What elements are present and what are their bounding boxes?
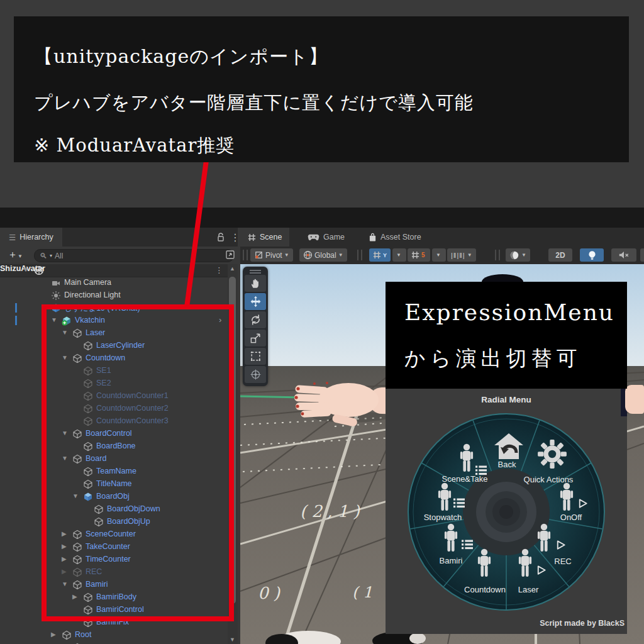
radial-item-label: Back [498,460,516,469]
separator [495,250,500,260]
banner-line1: 【unitypackageのインポート】 [34,44,328,70]
rotate-tool-button[interactable] [245,311,266,328]
chalk-label: 0 ) [258,584,280,602]
foldout-arrow[interactable]: ▶ [51,631,56,638]
hand-icon [250,277,262,289]
radial-item-label: Bamiri [440,556,463,565]
search-icon: 🔍︎ [40,252,47,260]
override-bar [15,303,17,313]
audio-mute-button[interactable] [611,248,636,262]
transform-icon [250,369,262,380]
grid-snap-button[interactable]: Y [369,248,391,262]
shaded-sphere-icon [509,250,519,260]
radial-menu-panel: Radial Menu BackQuick ActionsOnOffRECLas… [386,389,627,634]
radial-item-label: Scene&Take [442,474,488,484]
separator [357,250,362,260]
foldout-arrow[interactable]: ▼ [23,266,29,273]
gamepad-icon [308,233,319,242]
camera-icon [51,278,61,288]
play-icon [555,539,567,551]
scale-tool-button[interactable] [245,330,266,347]
kebab-menu-icon[interactable]: ⋮ [215,265,223,275]
global-label: Global [314,251,336,260]
2d-label: 2D [555,251,565,260]
tab-scene[interactable]: Scene [240,228,289,247]
chalk-label: ( 1 [352,584,372,601]
override-bar [15,316,17,325]
pivot-icon [254,250,264,260]
tree-item-secondary[interactable]: secondary [0,641,226,644]
search-placeholder: All [55,252,63,260]
lock-icon[interactable] [216,232,225,242]
rotate-icon [250,314,262,326]
grid-icon [373,251,381,259]
pivot-label: Pivot [265,251,282,260]
person-icon [436,482,453,514]
radial-item-label: Laser [518,585,539,594]
kebab-menu-icon[interactable]: ⋮ [230,231,240,243]
globe-icon [303,250,313,260]
grid-snap-dropdown[interactable]: ▼ [392,248,406,262]
drag-handle[interactable] [250,270,261,271]
list-icon [462,540,473,550]
tab-asset-store[interactable]: Asset Store [361,228,429,247]
rect-tool-button[interactable] [245,348,266,365]
tree-item-directional-light[interactable]: Directional Light [0,289,226,302]
hierarchy-tab-label: Hierarchy [19,233,53,242]
annotation-banner: 【unitypackageのインポート】 プレハブをアバター階層直下に置くだけで… [14,16,629,162]
person-icon [476,548,492,580]
increment-snap-button[interactable]: 5 [408,248,430,262]
rect-tool-icon [250,350,262,362]
grid-icon [411,251,419,259]
shopping-bag-icon [369,233,377,242]
banner-line2: プレハブをアバター階層直下に置くだけで導入可能 [34,91,474,116]
script-credit-label: Script made by BlackS [540,619,625,628]
measure-button[interactable]: |‖|‖|▼ [447,248,476,262]
tab-label: Scene [260,233,282,242]
shading-mode-button[interactable]: ▼ [506,248,530,262]
tab-game[interactable]: Game [300,228,352,247]
callout-line2: から演出切替可 [404,345,582,373]
scroll-up-icon[interactable]: ▲ [230,265,235,272]
2d-toggle-button[interactable]: 2D [548,248,572,262]
tree-item-label: Root [75,630,91,639]
pivot-button[interactable]: Pivot▼ [250,248,293,262]
scroll-down-icon[interactable]: ▼ [230,636,235,643]
separator [243,250,248,260]
lighting-toggle-button[interactable] [580,248,604,262]
play-icon [535,564,547,576]
radial-wheel[interactable] [386,389,627,634]
hierarchy-header: ☰ Hierarchy ⋮ [0,228,238,247]
light-icon [51,291,61,301]
add-object-button[interactable]: ＋▼ [8,248,23,262]
banner-line3: ※ ModuarAvatar推奨 [34,133,235,158]
move-icon [250,296,262,308]
tree-item-label: Main Camera [64,278,111,287]
increment-snap-dropdown[interactable]: ▼ [432,248,446,262]
account-bar: S ▼ [0,208,644,228]
global-button[interactable]: Global▼ [299,248,347,262]
move-tool-button[interactable] [245,293,266,310]
tree-item-root[interactable]: ▶Root [0,629,226,641]
hand-tool-button[interactable] [245,275,266,292]
play-icon [577,497,589,509]
effects-button[interactable] [640,248,644,262]
tree-item-label: Directional Light [64,291,121,299]
callout-line1: ExpressionMenu [404,299,614,325]
tab-hierarchy[interactable]: ☰ Hierarchy [0,228,62,247]
scene-tools-palette [243,267,268,386]
tree-item-main-camera[interactable]: Main Camera [0,277,226,289]
audio-muted-icon [618,250,630,260]
person-icon [517,548,533,580]
transform-tool-button[interactable] [245,366,266,383]
person-icon [558,482,575,514]
scene-root-row[interactable]: ▼ ShizuAvatar ⋮ [0,264,228,277]
pick-window-icon[interactable] [225,250,235,260]
search-input[interactable]: 🔍︎▾ All [34,249,234,262]
unity-scene-icon [34,265,44,275]
list-icon: ☰ [9,233,16,242]
screenshot-root: S ▼ ☰ Hierarchy ⋮ ＋▼ 🔍︎▾ All ▼ [0,0,644,644]
radial-item-label: Stopwatch [424,513,462,522]
radial-item-label: Countdown [464,585,506,594]
radial-item-label: OnOff [560,513,582,522]
